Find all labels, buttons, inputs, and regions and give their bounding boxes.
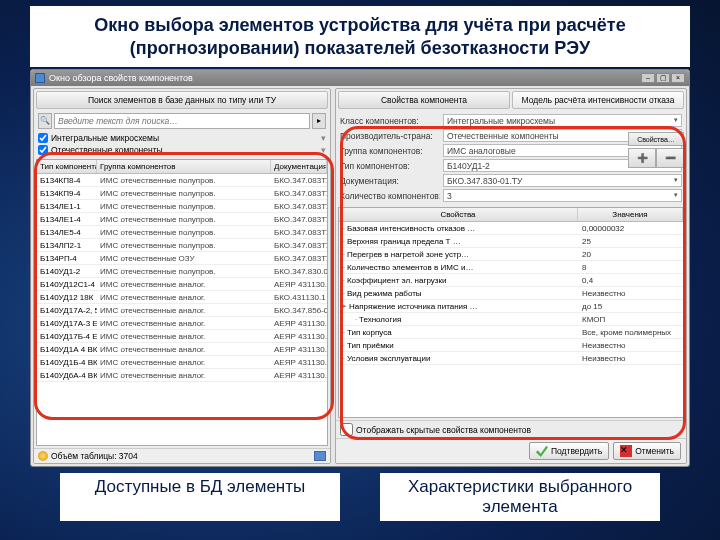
cross-icon: ✕ bbox=[620, 445, 632, 457]
confirm-button[interactable]: Подтвердить bbox=[529, 442, 609, 460]
maximize-button[interactable]: ▢ bbox=[656, 73, 670, 83]
table-row[interactable]: Б134ЛЕ1-1ИМС отечественные полупров.БКО.… bbox=[37, 200, 327, 213]
table-row[interactable]: Б134РП-4ИМС отечественные ОЗУБКО.347.083… bbox=[37, 252, 327, 265]
bulb-icon bbox=[38, 451, 48, 461]
caption-left: Доступные в БД элементы bbox=[60, 473, 340, 521]
window-title: Окно обзора свойств компонентов bbox=[49, 73, 193, 83]
prop-label: Тип компонентов: bbox=[340, 161, 440, 171]
property-row[interactable]: ·Базовая интенсивность отказов …0,000000… bbox=[339, 222, 683, 235]
check-icon bbox=[536, 445, 548, 457]
filter-checkbox[interactable] bbox=[38, 133, 48, 143]
prop-value[interactable]: Интегральные микросхемы bbox=[443, 114, 682, 127]
property-row[interactable]: ·Условия эксплуатацииНеизвестно bbox=[339, 352, 683, 365]
col-doc[interactable]: Документация bbox=[271, 160, 327, 173]
property-row[interactable]: ·Тип приёмкиНеизвестно bbox=[339, 339, 683, 352]
search-input[interactable] bbox=[54, 113, 310, 129]
table-row[interactable]: Б140УД12С1-4 ВКИМС отечественные аналог.… bbox=[37, 278, 327, 291]
search-icon[interactable]: 🔍 bbox=[38, 113, 52, 129]
property-row[interactable]: ·ТехнологияКМОП bbox=[339, 313, 683, 326]
property-row[interactable]: ·Коэффициент эл. нагрузки0,4 bbox=[339, 274, 683, 287]
pcol-name[interactable]: Свойства bbox=[339, 208, 578, 221]
col-type[interactable]: Тип компонента bbox=[37, 160, 97, 173]
prop-value[interactable]: БКО.347.830-01.ТУ bbox=[443, 174, 682, 187]
minimize-button[interactable]: – bbox=[641, 73, 655, 83]
property-row[interactable]: ·Тип корпусаВсе, кроме полимерных bbox=[339, 326, 683, 339]
app-icon bbox=[35, 73, 45, 83]
property-row[interactable]: ·Вид режима работыНеизвестно bbox=[339, 287, 683, 300]
properties-button[interactable]: Свойства… bbox=[628, 132, 684, 146]
property-row[interactable]: ·Верхняя граница предела Т …25 bbox=[339, 235, 683, 248]
filter-list: Интегральные микросхемы▾Отечественные ко… bbox=[34, 131, 330, 157]
tab-model[interactable]: Модель расчёта интенсивности отказа bbox=[512, 91, 684, 109]
table-row[interactable]: Б140УД17Б-4 ЕКИМС отечественные аналог.А… bbox=[37, 330, 327, 343]
pcol-value[interactable]: Значения bbox=[578, 208, 683, 221]
filter-checkbox[interactable] bbox=[38, 145, 48, 155]
table-row[interactable]: Б134КП8-4ИМС отечественные полупров.БКО.… bbox=[37, 174, 327, 187]
filter-label: Интегральные микросхемы bbox=[51, 133, 159, 143]
table-row[interactable]: Б140УД1-2ИМС отечественные полупров.БКО.… bbox=[37, 265, 327, 278]
table-row[interactable]: Б140УД1Б-4 ВКИМС отечественные аналог.АЕ… bbox=[37, 356, 327, 369]
table-row[interactable]: Б140УД6А-4 ВКИМС отечественные аналог.АЕ… bbox=[37, 369, 327, 382]
table-row[interactable]: Б140УД17А-2, 5-2ИМС отечественные аналог… bbox=[37, 304, 327, 317]
app-window: Окно обзора свойств компонентов – ▢ × По… bbox=[30, 69, 690, 467]
table-row[interactable]: Б140УД12 18КИМС отечественные аналог.БКО… bbox=[37, 291, 327, 304]
prop-label: Документация: bbox=[340, 176, 440, 186]
col-group[interactable]: Группа компонентов bbox=[97, 160, 271, 173]
window-titlebar: Окно обзора свойств компонентов – ▢ × bbox=[31, 70, 689, 86]
property-row[interactable]: ▸Напряжение источника питания …до 15 bbox=[339, 300, 683, 313]
side-actions: Свойства… ➕ ➖ bbox=[628, 132, 684, 168]
prop-label: Производитель-страна: bbox=[340, 131, 440, 141]
add-button[interactable]: ➕ bbox=[628, 148, 656, 168]
show-hidden-checkbox[interactable] bbox=[340, 423, 353, 436]
close-button[interactable]: × bbox=[671, 73, 685, 83]
table-row[interactable]: Б134ЛЕ5-4ИМС отечественные полупров.БКО.… bbox=[37, 226, 327, 239]
show-hidden-label: Отображать скрытые свойства компонентов bbox=[356, 425, 531, 435]
table-row[interactable]: Б140УД17А-3 ЕКИМС отечественные аналог.А… bbox=[37, 317, 327, 330]
prop-label: Класс компонентов: bbox=[340, 116, 440, 126]
tab-search-db[interactable]: Поиск элементов в базе данных по типу ил… bbox=[36, 91, 328, 109]
tab-properties[interactable]: Свойства компонента bbox=[338, 91, 510, 109]
remove-button[interactable]: ➖ bbox=[656, 148, 684, 168]
slide-title: Окно выбора элементов устройства для учё… bbox=[30, 6, 690, 67]
property-row[interactable]: ·Перегрев в нагретой зоне устр…20 bbox=[339, 248, 683, 261]
components-table: Тип компонента Группа компонентов Докуме… bbox=[36, 159, 328, 446]
book-icon[interactable] bbox=[314, 451, 326, 461]
property-row[interactable]: ·Количество элементов в ИМС и…8 bbox=[339, 261, 683, 274]
table-row[interactable]: Б134ЛЕ1-4ИМС отечественные полупров.БКО.… bbox=[37, 213, 327, 226]
table-row[interactable]: Б134КП9-4ИМС отечественные полупров.БКО.… bbox=[37, 187, 327, 200]
left-pane: Поиск элементов в базе данных по типу ил… bbox=[33, 88, 331, 464]
prop-label: Группа компонентов: bbox=[340, 146, 440, 156]
caption-right: Характеристики выбранного элемента bbox=[380, 473, 660, 521]
prop-value[interactable]: 3 bbox=[443, 189, 682, 202]
table-size-status: Объём таблицы: 3704 bbox=[51, 451, 138, 461]
search-go-button[interactable]: ▸ bbox=[312, 113, 326, 129]
property-table: Свойства Значения ·Базовая интенсивность… bbox=[338, 207, 684, 418]
table-row[interactable]: Б140УД1А 4 ВКИМС отечественные аналог.АЕ… bbox=[37, 343, 327, 356]
cancel-button[interactable]: ✕Отменить bbox=[613, 442, 681, 460]
prop-label: Количество компонентов: bbox=[340, 191, 440, 201]
table-row[interactable]: Б134ЛП2-1ИМС отечественные полупров.БКО.… bbox=[37, 239, 327, 252]
filter-label: Отечественные компоненты bbox=[51, 145, 163, 155]
